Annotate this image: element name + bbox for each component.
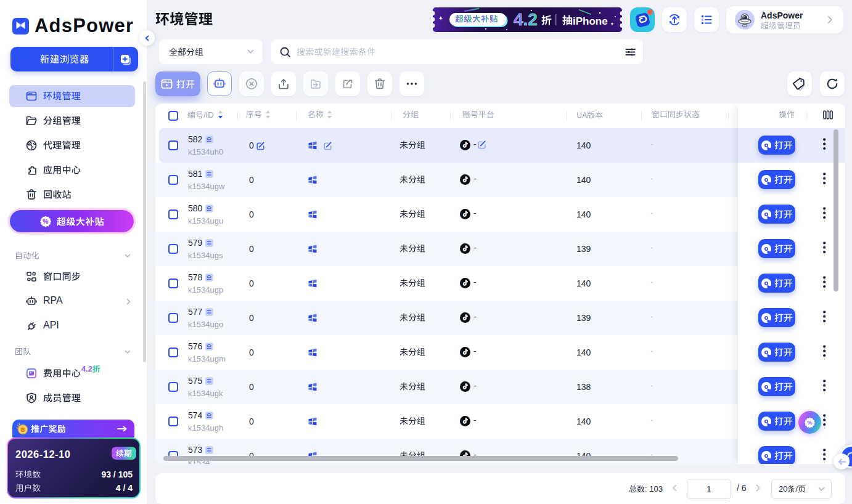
svg-text:4.2: 4.2 [514,10,538,29]
svg-text:iPhone: iPhone [573,15,608,27]
svg-text:B: B [21,426,25,433]
svg-text:%: % [807,419,813,426]
svg-text:%: % [43,217,49,225]
